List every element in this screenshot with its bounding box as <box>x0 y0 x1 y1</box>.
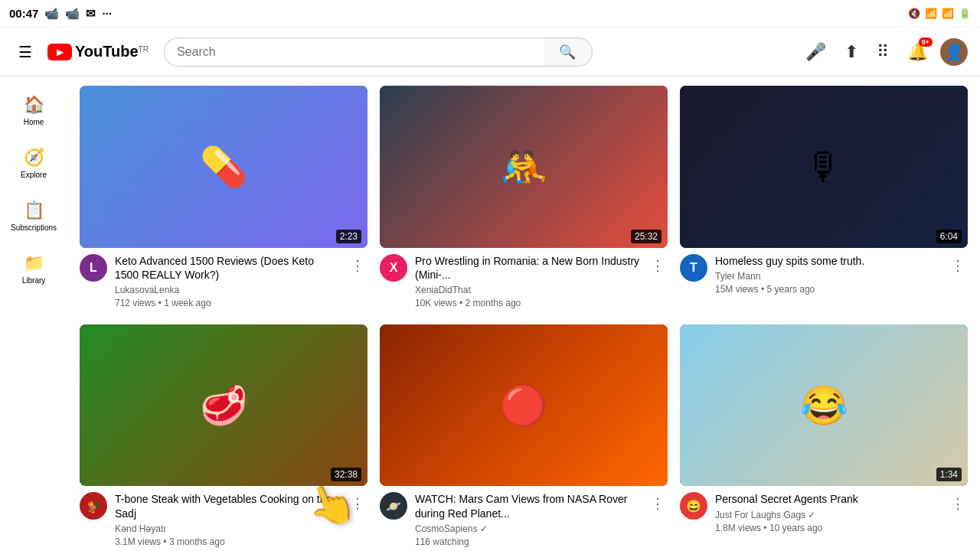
wifi-icon: 📶 <box>925 8 937 19</box>
status-left: 00:47 📹 📹 ✉ ··· <box>9 7 112 21</box>
apps-button[interactable]: ⠿ <box>871 36 895 68</box>
notification-badge: 9+ <box>919 37 933 47</box>
notifications-button[interactable]: 🔔 9+ <box>901 36 934 68</box>
video-meta: L Keto Advanced 1500 Reviews (Does Keto … <box>80 248 368 312</box>
logo-text: YouTubeTR <box>75 43 149 60</box>
mic-button[interactable]: 🎤 <box>799 36 832 68</box>
video-info: Homeless guy spits some truth. Tyler Man… <box>715 254 940 295</box>
video-thumbnail[interactable]: 🤼 25:32 <box>380 86 668 248</box>
explore-icon: 🧭 <box>24 148 44 168</box>
thumb-image: 🤼 <box>380 86 668 248</box>
channel-name: LukasovaLenka <box>115 285 340 295</box>
video-meta: X Pro Wrestling in Romania: a New Born I… <box>380 248 668 312</box>
duration-badge: 25:32 <box>631 230 662 243</box>
video-stats: 1.8M views • 10 years ago <box>715 523 822 533</box>
header: ☰ YouTubeTR 🔍 🎤 ⬆ ⠿ 🔔 9+ 👤 <box>0 28 980 77</box>
video-meta: 😄 Personal Secret Agents Prank Just For … <box>680 486 968 536</box>
search-button[interactable]: 🔍 <box>544 37 593 67</box>
camera-icon-1: 📹 <box>44 7 59 21</box>
search-input[interactable] <box>164 37 544 67</box>
menu-button[interactable]: ☰ <box>12 37 38 67</box>
channel-name: Just For Laughs Gags ✓ <box>715 510 940 520</box>
video-meta: 🐓 T-bone Steak with Vegetables Cooking o… <box>80 486 368 550</box>
more-options-button[interactable]: ⋮ <box>648 254 668 277</box>
channel-avatar[interactable]: T <box>680 254 707 282</box>
video-stats: 3.1M views • 3 months ago <box>115 536 225 547</box>
video-thumbnail[interactable]: 🥩 32:38 <box>80 324 368 487</box>
duration-badge: 2:23 <box>336 230 361 243</box>
sidebar-label-subscriptions: Subscriptions <box>11 223 57 232</box>
video-info: T-bone Steak with Vegetables Cooking on … <box>115 492 340 547</box>
video-card-v2[interactable]: 🤼 25:32 X Pro Wrestling in Romania: a Ne… <box>380 86 668 312</box>
sidebar-item-explore[interactable]: 🧭 Explore <box>0 139 67 188</box>
video-card-v3[interactable]: 🎙 6:04 T Homeless guy spits some truth. … <box>680 86 968 312</box>
video-title: WATCH: Mars Cam Views from NASA Rover du… <box>415 492 640 520</box>
video-thumbnail[interactable]: 🎙 6:04 <box>680 86 968 248</box>
video-meta: T Homeless guy spits some truth. Tyler M… <box>680 248 968 298</box>
video-thumbnail[interactable]: 💊 2:23 <box>80 86 368 248</box>
duration-badge: 32:38 <box>331 468 361 481</box>
video-info: Personal Secret Agents Prank Just For La… <box>715 492 940 533</box>
channel-avatar[interactable]: 🐓 <box>80 492 107 520</box>
status-time: 00:47 <box>9 7 38 20</box>
video-thumbnail[interactable]: 🔴 <box>380 324 668 487</box>
status-bar: 00:47 📹 📹 ✉ ··· 🔇 📶 📶 🔋 <box>0 0 980 28</box>
channel-name: XeniaDidThat <box>415 285 640 295</box>
camera-icon-2: 📹 <box>65 7 80 21</box>
search-form: 🔍 <box>164 37 593 67</box>
channel-avatar[interactable]: 😄 <box>680 492 707 520</box>
channel-avatar[interactable]: X <box>380 254 407 282</box>
user-avatar[interactable]: 👤 <box>940 38 968 66</box>
main-layout: 🏠 Home 🧭 Explore 📋 Subscriptions 📁 Libra… <box>0 77 980 551</box>
video-title: Pro Wrestling in Romania: a New Born Ind… <box>415 254 640 282</box>
video-title: Personal Secret Agents Prank <box>715 492 940 506</box>
verified-icon: ✓ <box>805 510 815 520</box>
sidebar-item-subscriptions[interactable]: 📋 Subscriptions <box>0 191 67 241</box>
video-thumbnail[interactable]: 😂 1:34 <box>680 324 968 487</box>
sidebar-item-library[interactable]: 📁 Library <box>0 244 67 294</box>
video-title: Keto Advanced 1500 Reviews (Does Keto 15… <box>115 254 340 282</box>
sidebar-label-explore: Explore <box>21 171 47 179</box>
thumb-image: 😂 <box>680 324 968 487</box>
video-card-v5[interactable]: 🔴 🪐 WATCH: Mars Cam Views from NASA Rove… <box>380 324 668 551</box>
thumb-image: 🥩 <box>80 324 368 487</box>
status-right: 🔇 📶 📶 🔋 <box>908 8 971 19</box>
more-options-button[interactable]: ⋮ <box>348 492 368 515</box>
channel-name: CosmoSapiens ✓ <box>415 523 640 534</box>
duration-badge: 6:04 <box>936 230 962 243</box>
more-options-button[interactable]: ⋮ <box>348 254 368 277</box>
subscriptions-icon: 📋 <box>24 201 44 220</box>
video-card-v6[interactable]: 😂 1:34 😄 Personal Secret Agents Prank Ju… <box>680 324 968 551</box>
gmail-icon: ✉ <box>86 7 96 21</box>
home-icon: 🏠 <box>24 95 44 115</box>
video-info: WATCH: Mars Cam Views from NASA Rover du… <box>415 492 640 551</box>
video-stats: 116 watching <box>415 536 469 547</box>
more-options-button[interactable]: ⋮ <box>648 492 668 515</box>
sidebar-label-home: Home <box>24 118 44 126</box>
video-card-v4[interactable]: 🥩 32:38 🐓 T-bone Steak with Vegetables C… <box>80 324 368 551</box>
thumb-image: 🔴 <box>380 324 668 487</box>
more-options-button[interactable]: ⋮ <box>948 254 968 277</box>
battery-icon: 🔋 <box>959 8 971 19</box>
channel-avatar[interactable]: 🪐 <box>380 492 407 520</box>
more-options-button[interactable]: ⋮ <box>948 492 968 515</box>
upload-button[interactable]: ⬆ <box>838 36 864 68</box>
verified-icon: ✓ <box>477 523 487 534</box>
video-grid: 💊 2:23 L Keto Advanced 1500 Reviews (Doe… <box>67 77 980 551</box>
header-actions: 🎤 ⬆ ⠿ 🔔 9+ 👤 <box>799 36 968 68</box>
sidebar-label-library: Library <box>22 276 46 285</box>
more-status-icon: ··· <box>102 7 112 20</box>
video-card-v1[interactable]: 💊 2:23 L Keto Advanced 1500 Reviews (Doe… <box>80 86 368 312</box>
thumb-image: 💊 <box>80 86 368 248</box>
channel-avatar[interactable]: L <box>80 254 107 282</box>
duration-badge: 1:34 <box>936 468 962 481</box>
sidebar-item-home[interactable]: 🏠 Home <box>0 86 67 135</box>
channel-name: Tyler Mann <box>715 271 940 282</box>
channel-name: Kənd Həyatı <box>115 523 340 534</box>
signal-icon: 📶 <box>942 8 954 19</box>
video-stats: 712 views • 1 week ago <box>115 298 211 308</box>
video-meta: 🪐 WATCH: Mars Cam Views from NASA Rover … <box>380 486 668 551</box>
youtube-logo[interactable]: YouTubeTR <box>47 43 149 60</box>
video-title: Homeless guy spits some truth. <box>715 254 940 268</box>
logo-icon <box>47 44 72 60</box>
